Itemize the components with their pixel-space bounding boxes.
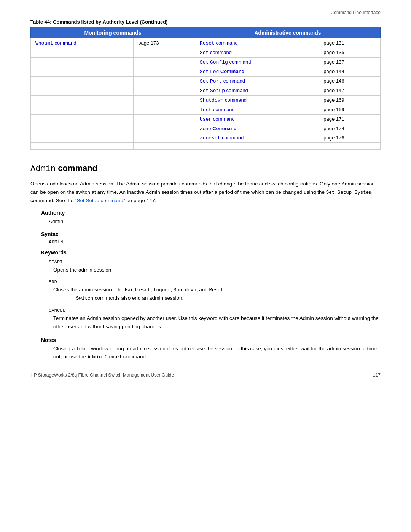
keywords-heading: Keywords xyxy=(41,249,381,256)
cancel-keyword-desc: Terminates an Admin session opened by an… xyxy=(53,314,381,331)
monitoring-cmd-cell xyxy=(31,96,134,105)
admin-bold-title: command xyxy=(58,163,97,173)
table-row: Set Config commandpage 137 xyxy=(31,58,381,67)
monitoring-page-cell xyxy=(134,77,195,86)
monitoring-page-cell xyxy=(134,143,195,146)
monitoring-cmd-cell xyxy=(31,77,134,86)
monitoring-page-cell xyxy=(134,124,195,133)
monitoring-cmd-cell xyxy=(31,58,134,67)
monitoring-cmd-cell xyxy=(31,67,134,77)
table-row: Whoami commandpage 173Reset commandpage … xyxy=(31,38,381,48)
admin-mono-title: Admin xyxy=(30,164,56,174)
admin-cancel-code: Admin Cancel xyxy=(88,355,122,360)
table-row: Set Setup commandpage 147 xyxy=(31,86,381,96)
monitoring-page-cell xyxy=(134,86,195,96)
monitoring-cmd-cell xyxy=(31,124,134,133)
monitoring-cmd-cell xyxy=(31,48,134,58)
monitoring-page-cell xyxy=(134,105,195,115)
admin-page-cell: page 144 xyxy=(319,67,381,77)
monitoring-cmd-cell[interactable]: Whoami command xyxy=(31,38,134,48)
table-row: Set Port commandpage 146 xyxy=(31,77,381,86)
commands-table: Monitoring commands Administrative comma… xyxy=(30,27,381,150)
admin-page-cell: page 131 xyxy=(319,38,381,48)
monitoring-cmd-cell xyxy=(31,86,134,96)
notes-heading: Notes xyxy=(41,337,381,343)
admin-cmd-cell[interactable]: Set Setup command xyxy=(195,86,319,96)
admin-page-cell xyxy=(319,146,381,150)
end-keyword-desc: Closes the admin session. The Hardreset,… xyxy=(53,286,381,302)
admin-cmd-cell[interactable]: Test command xyxy=(195,105,319,115)
admin-page-cell: page 137 xyxy=(319,58,381,67)
admin-page-cell: page 135 xyxy=(319,48,381,58)
admin-cmd-cell[interactable]: Set Port command xyxy=(195,77,319,86)
admin-page-cell: page 169 xyxy=(319,96,381,105)
admin-page-cell: page 171 xyxy=(319,115,381,124)
monitoring-cmd-cell xyxy=(31,146,134,150)
admin-cmd-cell[interactable]: Zone Command xyxy=(195,124,319,133)
monitoring-page-cell xyxy=(134,67,195,77)
table-row: User commandpage 171 xyxy=(31,115,381,124)
administrative-commands-header: Administrative commands xyxy=(195,27,380,38)
page-footer: HP StorageWorks 2/8q Fibre Channel Switc… xyxy=(0,369,411,378)
footer-page-number: 117 xyxy=(373,372,381,378)
monitoring-cmd-cell xyxy=(31,115,134,124)
table-row: Set commandpage 135 xyxy=(31,48,381,58)
set-setup-link[interactable]: “Set Setup command” xyxy=(75,198,125,203)
authority-heading: Authority xyxy=(41,210,381,216)
admin-page-cell xyxy=(319,143,381,146)
admin-cmd-cell[interactable]: Reset command xyxy=(195,38,319,48)
end-inline-code3: Shutdown xyxy=(174,288,196,293)
admin-cmd-cell[interactable]: Shutdown command xyxy=(195,96,319,105)
admin-cmd-cell[interactable]: Set Log Command xyxy=(195,67,319,77)
table-row: Shutdown commandpage 169 xyxy=(31,96,381,105)
monitoring-cmd-cell xyxy=(31,133,134,143)
end-keyword-label: END xyxy=(49,279,381,284)
start-keyword-desc: Opens the admin session. xyxy=(53,266,381,274)
syntax-code: ADMIN xyxy=(49,240,381,245)
admin-cmd-cell[interactable]: Set command xyxy=(195,48,319,58)
table-row: Set Log Commandpage 144 xyxy=(31,67,381,77)
page-header: Command Line Interface xyxy=(331,8,381,15)
monitoring-cmd-cell xyxy=(31,143,134,146)
admin-page-cell: page 174 xyxy=(319,124,381,133)
admin-cmd-cell[interactable]: Set Config command xyxy=(195,58,319,67)
table-row: Zone Commandpage 174 xyxy=(31,124,381,133)
admin-cmd-cell xyxy=(195,146,319,150)
admin-page-cell: page 176 xyxy=(319,133,381,143)
admin-page-cell: page 146 xyxy=(319,77,381,86)
monitoring-page-cell xyxy=(134,146,195,150)
admin-cmd-cell[interactable]: Zoneset command xyxy=(195,133,319,143)
monitoring-cmd-cell xyxy=(31,105,134,115)
admin-page-cell: page 169 xyxy=(319,105,381,115)
header-text: Command Line Interface xyxy=(331,10,381,15)
end-inline-code1: Hardreset xyxy=(125,288,151,293)
admin-cmd-cell xyxy=(195,143,319,146)
monitoring-commands-header: Monitoring commands xyxy=(31,27,195,38)
footer-left-text: HP StorageWorks 2/8q Fibre Channel Switc… xyxy=(30,372,206,378)
table-row xyxy=(31,143,381,146)
monitoring-page-cell xyxy=(134,58,195,67)
authority-value: Admin xyxy=(49,217,381,226)
admin-page-cell: page 147 xyxy=(319,86,381,96)
admin-cmd-cell[interactable]: User command xyxy=(195,115,319,124)
table-row: Zoneset commandpage 176 xyxy=(31,133,381,143)
cancel-keyword-label: CANCEL xyxy=(49,308,381,313)
end-inline-code2: Logout xyxy=(153,288,170,293)
table-row xyxy=(31,146,381,150)
monitoring-page-cell: page 173 xyxy=(134,38,195,48)
notes-text: Closing a Telnet window during an admin … xyxy=(53,345,381,361)
admin-body-text: Opens and closes an Admin session. The A… xyxy=(30,180,381,204)
monitoring-page-cell xyxy=(134,115,195,124)
admin-command-title: Admin command xyxy=(30,163,381,174)
monitoring-page-cell xyxy=(134,96,195,105)
monitoring-page-cell xyxy=(134,48,195,58)
table-caption: Table 44: Commands listed by Authority L… xyxy=(30,19,381,25)
start-keyword-label: START xyxy=(49,259,381,264)
monitoring-page-cell xyxy=(134,133,195,143)
table-row: Test commandpage 169 xyxy=(31,105,381,115)
set-setup-system-code: Set Setup System xyxy=(326,190,372,195)
syntax-heading: Syntax xyxy=(41,231,381,237)
admin-command-section: Admin command Opens and closes an Admin … xyxy=(30,163,381,361)
